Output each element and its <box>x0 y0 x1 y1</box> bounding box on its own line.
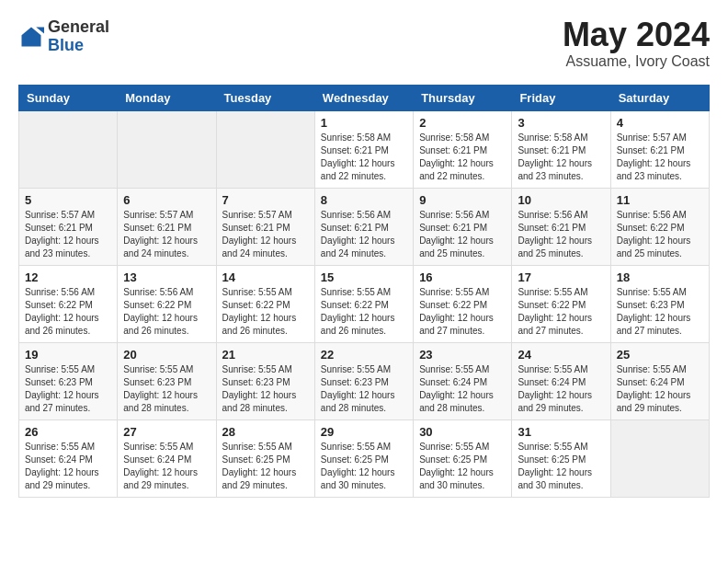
calendar-week-row: 19Sunrise: 5:55 AM Sunset: 6:23 PM Dayli… <box>19 343 710 420</box>
day-info: Sunrise: 5:55 AM Sunset: 6:25 PM Dayligh… <box>222 441 309 492</box>
day-number: 11 <box>617 193 703 207</box>
page-header: General Blue May 2024 Assuame, Ivory Coa… <box>18 18 710 70</box>
svg-marker-0 <box>22 27 41 46</box>
day-number: 14 <box>222 270 309 284</box>
day-info: Sunrise: 5:57 AM Sunset: 6:21 PM Dayligh… <box>123 209 210 260</box>
calendar-cell: 1Sunrise: 5:58 AM Sunset: 6:21 PM Daylig… <box>314 111 413 189</box>
logo: General Blue <box>18 18 109 55</box>
day-of-week-header: Thursday <box>414 86 512 111</box>
day-info: Sunrise: 5:55 AM Sunset: 6:25 PM Dayligh… <box>321 441 407 492</box>
day-number: 8 <box>321 193 407 207</box>
day-info: Sunrise: 5:55 AM Sunset: 6:25 PM Dayligh… <box>419 441 506 492</box>
day-info: Sunrise: 5:55 AM Sunset: 6:23 PM Dayligh… <box>321 363 407 415</box>
calendar-cell: 15Sunrise: 5:55 AM Sunset: 6:22 PM Dayli… <box>314 266 413 343</box>
day-number: 30 <box>419 425 506 439</box>
day-number: 1 <box>321 116 407 130</box>
day-number: 31 <box>518 425 604 439</box>
calendar-table: SundayMondayTuesdayWednesdayThursdayFrid… <box>18 85 710 498</box>
day-info: Sunrise: 5:55 AM Sunset: 6:24 PM Dayligh… <box>617 363 703 415</box>
day-number: 27 <box>123 425 210 439</box>
day-number: 22 <box>321 348 407 362</box>
calendar-cell: 5Sunrise: 5:57 AM Sunset: 6:21 PM Daylig… <box>19 189 118 266</box>
day-number: 15 <box>321 270 407 284</box>
calendar-cell: 22Sunrise: 5:55 AM Sunset: 6:23 PM Dayli… <box>314 343 413 420</box>
day-number: 6 <box>123 193 210 207</box>
day-info: Sunrise: 5:55 AM Sunset: 6:24 PM Dayligh… <box>123 441 210 492</box>
day-of-week-header: Saturday <box>610 86 709 111</box>
calendar-week-row: 5Sunrise: 5:57 AM Sunset: 6:21 PM Daylig… <box>19 189 710 266</box>
day-number: 18 <box>617 270 703 284</box>
day-number: 2 <box>419 116 506 130</box>
calendar-cell <box>216 111 314 189</box>
day-number: 9 <box>419 193 506 207</box>
day-info: Sunrise: 5:55 AM Sunset: 6:24 PM Dayligh… <box>419 363 506 415</box>
calendar-cell: 2Sunrise: 5:58 AM Sunset: 6:21 PM Daylig… <box>414 111 512 189</box>
calendar-cell: 25Sunrise: 5:55 AM Sunset: 6:24 PM Dayli… <box>610 343 709 420</box>
day-info: Sunrise: 5:58 AM Sunset: 6:21 PM Dayligh… <box>419 132 506 183</box>
calendar-body: 1Sunrise: 5:58 AM Sunset: 6:21 PM Daylig… <box>19 111 710 498</box>
calendar-title: May 2024 <box>563 18 710 52</box>
calendar-cell: 11Sunrise: 5:56 AM Sunset: 6:22 PM Dayli… <box>610 189 709 266</box>
day-info: Sunrise: 5:56 AM Sunset: 6:21 PM Dayligh… <box>419 209 506 260</box>
calendar-cell: 20Sunrise: 5:55 AM Sunset: 6:23 PM Dayli… <box>118 343 216 420</box>
calendar-cell: 17Sunrise: 5:55 AM Sunset: 6:22 PM Dayli… <box>512 266 610 343</box>
calendar-cell: 6Sunrise: 5:57 AM Sunset: 6:21 PM Daylig… <box>118 189 216 266</box>
day-info: Sunrise: 5:55 AM Sunset: 6:23 PM Dayligh… <box>222 363 309 415</box>
title-block: May 2024 Assuame, Ivory Coast <box>563 18 710 70</box>
day-number: 20 <box>123 348 210 362</box>
calendar-cell: 21Sunrise: 5:55 AM Sunset: 6:23 PM Dayli… <box>216 343 314 420</box>
calendar-cell <box>19 111 118 189</box>
day-number: 10 <box>518 193 604 207</box>
day-number: 12 <box>25 270 111 284</box>
calendar-cell: 9Sunrise: 5:56 AM Sunset: 6:21 PM Daylig… <box>414 189 512 266</box>
day-info: Sunrise: 5:56 AM Sunset: 6:22 PM Dayligh… <box>123 286 210 338</box>
day-number: 25 <box>617 348 703 362</box>
day-info: Sunrise: 5:57 AM Sunset: 6:21 PM Dayligh… <box>25 209 111 260</box>
day-info: Sunrise: 5:56 AM Sunset: 6:22 PM Dayligh… <box>617 209 703 260</box>
days-of-week-row: SundayMondayTuesdayWednesdayThursdayFrid… <box>19 86 710 111</box>
logo-text: General Blue <box>48 18 109 55</box>
day-number: 24 <box>518 348 604 362</box>
calendar-cell <box>118 111 216 189</box>
day-number: 28 <box>222 425 309 439</box>
calendar-cell: 31Sunrise: 5:55 AM Sunset: 6:25 PM Dayli… <box>512 420 610 498</box>
calendar-cell: 12Sunrise: 5:56 AM Sunset: 6:22 PM Dayli… <box>19 266 118 343</box>
day-info: Sunrise: 5:55 AM Sunset: 6:24 PM Dayligh… <box>518 363 604 415</box>
day-number: 26 <box>25 425 111 439</box>
day-info: Sunrise: 5:55 AM Sunset: 6:23 PM Dayligh… <box>617 286 703 338</box>
calendar-subtitle: Assuame, Ivory Coast <box>563 53 710 70</box>
day-number: 23 <box>419 348 506 362</box>
calendar-cell: 28Sunrise: 5:55 AM Sunset: 6:25 PM Dayli… <box>216 420 314 498</box>
calendar-cell: 3Sunrise: 5:58 AM Sunset: 6:21 PM Daylig… <box>512 111 610 189</box>
day-of-week-header: Monday <box>118 86 216 111</box>
day-of-week-header: Tuesday <box>216 86 314 111</box>
calendar-cell: 18Sunrise: 5:55 AM Sunset: 6:23 PM Dayli… <box>610 266 709 343</box>
day-number: 5 <box>25 193 111 207</box>
calendar-cell <box>610 420 709 498</box>
day-number: 7 <box>222 193 309 207</box>
day-info: Sunrise: 5:56 AM Sunset: 6:21 PM Dayligh… <box>518 209 604 260</box>
day-of-week-header: Sunday <box>19 86 118 111</box>
calendar-cell: 8Sunrise: 5:56 AM Sunset: 6:21 PM Daylig… <box>314 189 413 266</box>
day-number: 16 <box>419 270 506 284</box>
day-info: Sunrise: 5:55 AM Sunset: 6:24 PM Dayligh… <box>25 441 111 492</box>
calendar-cell: 29Sunrise: 5:55 AM Sunset: 6:25 PM Dayli… <box>314 420 413 498</box>
day-info: Sunrise: 5:55 AM Sunset: 6:22 PM Dayligh… <box>222 286 309 338</box>
day-info: Sunrise: 5:55 AM Sunset: 6:22 PM Dayligh… <box>518 286 604 338</box>
calendar-cell: 24Sunrise: 5:55 AM Sunset: 6:24 PM Dayli… <box>512 343 610 420</box>
calendar-header: SundayMondayTuesdayWednesdayThursdayFrid… <box>19 86 710 111</box>
day-of-week-header: Friday <box>512 86 610 111</box>
logo-blue: Blue <box>48 37 109 55</box>
day-info: Sunrise: 5:55 AM Sunset: 6:23 PM Dayligh… <box>123 363 210 415</box>
calendar-cell: 4Sunrise: 5:57 AM Sunset: 6:21 PM Daylig… <box>610 111 709 189</box>
day-info: Sunrise: 5:58 AM Sunset: 6:21 PM Dayligh… <box>518 132 604 183</box>
logo-icon <box>18 24 44 50</box>
day-info: Sunrise: 5:55 AM Sunset: 6:25 PM Dayligh… <box>518 441 604 492</box>
day-info: Sunrise: 5:55 AM Sunset: 6:23 PM Dayligh… <box>25 363 111 415</box>
logo-general: General <box>48 18 109 37</box>
day-of-week-header: Wednesday <box>314 86 413 111</box>
day-info: Sunrise: 5:57 AM Sunset: 6:21 PM Dayligh… <box>222 209 309 260</box>
day-info: Sunrise: 5:55 AM Sunset: 6:22 PM Dayligh… <box>321 286 407 338</box>
day-number: 3 <box>518 116 604 130</box>
calendar-cell: 23Sunrise: 5:55 AM Sunset: 6:24 PM Dayli… <box>414 343 512 420</box>
